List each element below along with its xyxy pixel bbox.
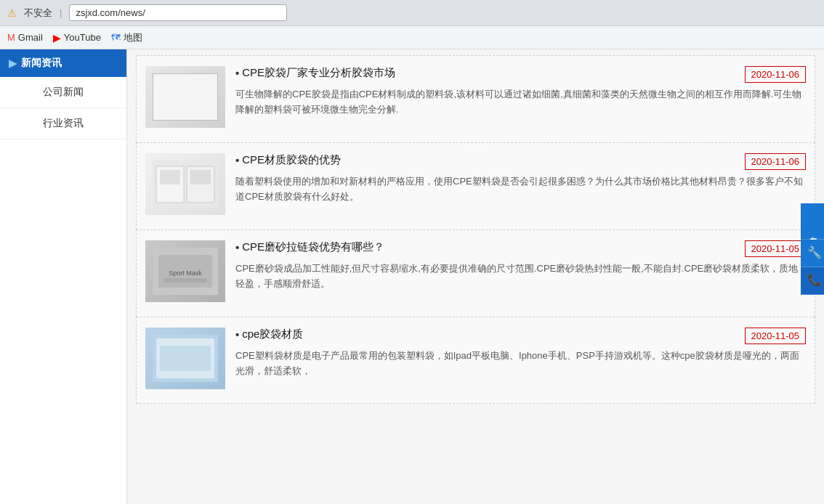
news-item: 防水胶袋 • CPE胶袋厂家专业分析胶袋市场 2020-11-06 可生物降解的…	[136, 55, 815, 142]
news-excerpt-3: CPE磨砂袋成品加工性能好,但尺寸容易缩水,有必要提供准确的尺寸范围.CPE磨砂…	[235, 261, 806, 292]
float-btn-extra-1[interactable]: 🔧	[801, 240, 824, 267]
news-excerpt-2: 随着塑料袋使用的增加和对新材料的严格应用，使用CPE塑料袋是否会引起很多困惑？为…	[235, 174, 806, 205]
svg-rect-2	[163, 84, 207, 110]
bullet-icon-3: •	[235, 241, 239, 253]
news-header-row-3: • CPE磨砂拉链袋优势有哪些？ 2020-11-05	[235, 240, 806, 257]
news-title-4[interactable]: • cpe胶袋材质	[235, 328, 303, 341]
news-item: Sport Mask • CPE磨砂拉链袋优势有哪些？ 2020-11-05 C…	[136, 229, 815, 317]
news-date-3: 2020-11-05	[745, 240, 807, 257]
news-thumbnail-2	[145, 153, 225, 215]
news-excerpt-1: 可生物降解的CPE胶袋是指由CPE材料制成的塑料袋,该材料可以通过诸如细菌,真细…	[235, 87, 806, 118]
sidebar-header-label: 新闻资讯	[21, 57, 62, 70]
youtube-icon: ▶	[53, 32, 61, 44]
news-header-row-1: • CPE胶袋厂家专业分析胶袋市场 2020-11-06	[235, 66, 806, 83]
gmail-label: Gmail	[18, 32, 43, 43]
news-title-2[interactable]: • CPE材质胶袋的优势	[235, 153, 341, 167]
sidebar-item-industry-news[interactable]: 行业资讯	[0, 108, 126, 139]
main-content: 防水胶袋 • CPE胶袋厂家专业分析胶袋市场 2020-11-06 可生物降解的…	[127, 49, 824, 504]
news-title-text-2: CPE材质胶袋的优势	[242, 153, 341, 167]
bookmark-maps[interactable]: 🗺 地图	[111, 31, 142, 44]
svg-text:防水胶袋: 防水胶袋	[174, 95, 197, 102]
news-header-row-4: • cpe胶袋材质 2020-11-05	[235, 328, 806, 344]
news-excerpt-4: CPE塑料袋材质是电子产品最常用的包装塑料袋，如Ipad平板电脑、Iphone手…	[235, 349, 806, 379]
sidebar-header: ▶ 新闻资讯	[0, 49, 126, 77]
sidebar-arrow-icon: ▶	[9, 57, 17, 69]
browser-bar: ⚠ 不安全 | zsjxd.com/news/	[0, 0, 824, 26]
news-item: • cpe胶袋材质 2020-11-05 CPE塑料袋材质是电子产品最常用的包装…	[136, 317, 815, 404]
right-float-panel: 👤 在线客服 🔧 📞	[801, 203, 824, 295]
news-body-2: • CPE材质胶袋的优势 2020-11-06 随着塑料袋使用的增加和对新材料的…	[235, 153, 806, 205]
sidebar: ▶ 新闻资讯 公司新闻 行业资讯	[0, 49, 127, 504]
maps-label: 地图	[124, 31, 142, 44]
news-date-1: 2020-11-06	[745, 66, 807, 83]
news-thumbnail-3: Sport Mask	[145, 240, 225, 302]
news-date-4: 2020-11-05	[745, 328, 807, 344]
float-btn-extra-2[interactable]: 📞	[801, 267, 824, 295]
news-body-3: • CPE磨砂拉链袋优势有哪些？ 2020-11-05 CPE磨砂袋成品加工性能…	[235, 240, 806, 292]
svg-rect-0	[153, 73, 218, 121]
news-title-text-3: CPE磨砂拉链袋优势有哪些？	[242, 240, 384, 254]
bookmark-bar: M Gmail ▶ YouTube 🗺 地图	[0, 26, 824, 49]
news-body-4: • cpe胶袋材质 2020-11-05 CPE塑料袋材质是电子产品最常用的包装…	[235, 328, 806, 379]
address-bar[interactable]: zsjxd.com/news/	[69, 4, 287, 21]
bookmark-gmail[interactable]: M Gmail	[7, 32, 43, 43]
svg-rect-8	[190, 170, 211, 184]
warning-icon: ⚠	[7, 7, 17, 19]
company-news-label: 公司新闻	[43, 86, 84, 97]
online-service-label: 在线客服	[809, 230, 818, 233]
svg-rect-7	[160, 170, 180, 184]
news-header-row-2: • CPE材质胶袋的优势 2020-11-06	[235, 153, 806, 170]
youtube-label: YouTube	[64, 32, 101, 43]
news-title-1[interactable]: • CPE胶袋厂家专业分析胶袋市场	[235, 66, 395, 80]
news-body-1: • CPE胶袋厂家专业分析胶袋市场 2020-11-06 可生物降解的CPE胶袋…	[235, 66, 806, 118]
news-list: 防水胶袋 • CPE胶袋厂家专业分析胶袋市场 2020-11-06 可生物降解的…	[136, 55, 815, 404]
bullet-icon-2: •	[235, 154, 239, 166]
svg-rect-15	[160, 346, 211, 371]
news-item: • CPE材质胶袋的优势 2020-11-06 随着塑料袋使用的增加和对新材料的…	[136, 142, 815, 229]
news-thumbnail-1: 防水胶袋	[145, 66, 225, 128]
industry-news-label: 行业资讯	[43, 117, 84, 129]
sidebar-item-company-news[interactable]: 公司新闻	[0, 77, 126, 108]
online-service-button[interactable]: 👤 在线客服	[801, 203, 824, 240]
security-label: 不安全	[24, 7, 52, 20]
page-content: ▶ 新闻资讯 公司新闻 行业资讯 防水胶袋	[0, 49, 824, 504]
bullet-icon-4: •	[235, 328, 239, 341]
news-date-2: 2020-11-06	[745, 153, 807, 170]
bookmark-youtube[interactable]: ▶ YouTube	[53, 32, 101, 44]
bullet-icon-1: •	[235, 67, 239, 79]
svg-rect-1	[156, 77, 214, 117]
news-title-3[interactable]: • CPE磨砂拉链袋优势有哪些？	[235, 240, 384, 254]
svg-rect-12	[163, 278, 207, 283]
svg-text:Sport Mask: Sport Mask	[169, 269, 202, 277]
gmail-icon: M	[7, 32, 15, 43]
separator: |	[60, 7, 62, 18]
news-title-text-1: CPE胶袋厂家专业分析胶袋市场	[242, 66, 395, 80]
person-icon: 👤	[808, 209, 820, 224]
news-thumbnail-4	[145, 328, 225, 389]
news-title-text-4: cpe胶袋材质	[242, 328, 303, 341]
maps-icon: 🗺	[111, 32, 121, 43]
